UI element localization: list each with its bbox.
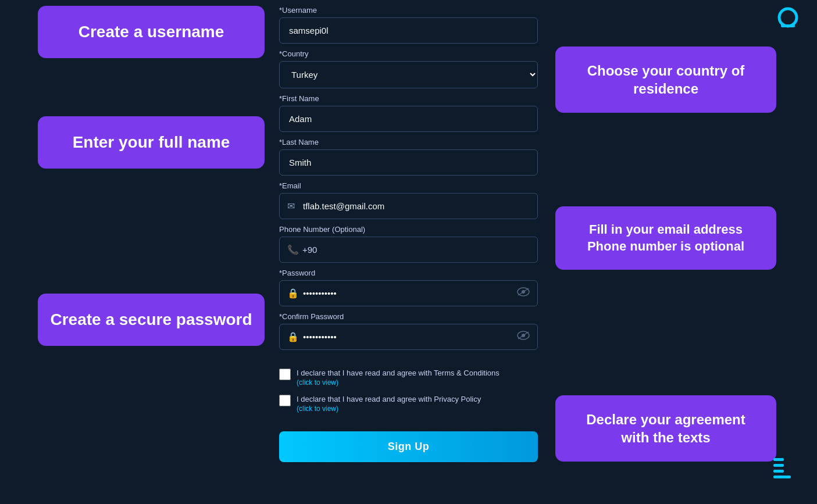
- hint-country-card: Choose your country of residence: [555, 47, 776, 113]
- toggle-password-icon[interactable]: [517, 287, 530, 299]
- privacy-label: I declare that I have read and agree wit…: [297, 395, 481, 403]
- hint-password-card: Create a secure password: [38, 294, 265, 346]
- svg-line-2: [518, 288, 529, 295]
- email-input[interactable]: [279, 193, 538, 219]
- brand-logo-bottom: [770, 455, 805, 496]
- hint-agreement-card: Declare your agreement with the texts: [555, 395, 776, 462]
- email-group: *Email ✉: [279, 181, 538, 219]
- hint-full-name-card: Enter your full name: [38, 116, 265, 169]
- username-group: *Username: [279, 6, 538, 44]
- country-select[interactable]: Turkey United States United Kingdom Germ…: [279, 61, 538, 88]
- country-group: *Country Turkey United States United Kin…: [279, 49, 538, 88]
- hint-country-text: Choose your country of residence: [587, 63, 745, 96]
- last-name-group: *Last Name: [279, 138, 538, 176]
- svg-point-6: [779, 9, 797, 26]
- email-input-wrapper: ✉: [279, 193, 538, 219]
- phone-input-wrapper: 📞 +90: [279, 237, 538, 263]
- registration-form: *Username *Country Turkey United States …: [267, 0, 550, 504]
- phone-group: Phone Number (Optional) 📞 +90: [279, 225, 538, 263]
- last-name-label: *Last Name: [279, 138, 538, 146]
- last-name-input[interactable]: [279, 149, 538, 176]
- svg-rect-8: [773, 458, 784, 461]
- password-label: *Password: [279, 269, 538, 277]
- hint-create-username-card: Create a username: [38, 6, 265, 58]
- terms-link[interactable]: (click to view): [297, 378, 500, 387]
- svg-rect-10: [773, 470, 784, 473]
- privacy-checkbox[interactable]: [279, 395, 291, 406]
- confirm-password-label: *Confirm Password: [279, 312, 538, 321]
- page-wrapper: Create a username Enter your full name C…: [0, 0, 817, 504]
- confirm-password-group: *Confirm Password 🔒: [279, 312, 538, 350]
- svg-rect-11: [773, 476, 791, 478]
- hint-full-name-text: Enter your full name: [73, 133, 230, 151]
- toggle-confirm-password-icon[interactable]: [517, 331, 530, 343]
- svg-rect-7: [781, 24, 795, 27]
- phone-label: Phone Number (Optional): [279, 225, 538, 234]
- terms-label: I declare that I have read and agree wit…: [297, 369, 500, 377]
- hint-email-card: Fill in your email address Phone number …: [555, 206, 776, 270]
- signup-button[interactable]: Sign Up: [279, 431, 538, 462]
- brand-logo-top: [770, 6, 805, 41]
- terms-checkbox-row: I declare that I have read and agree wit…: [279, 367, 538, 387]
- hint-email-line1: Fill in your email address: [573, 221, 759, 238]
- password-input-wrapper: 🔒: [279, 280, 538, 306]
- terms-label-group: I declare that I have read and agree wit…: [297, 367, 500, 387]
- password-input[interactable]: [279, 280, 538, 306]
- logo-bottom-right: [770, 455, 805, 498]
- hint-create-username-text: Create a username: [79, 23, 224, 41]
- hint-agreement-text: Declare your agreement with the texts: [586, 412, 745, 445]
- email-label: *Email: [279, 181, 538, 190]
- password-group: *Password 🔒: [279, 269, 538, 306]
- first-name-label: *First Name: [279, 94, 538, 103]
- hint-email-line2: Phone number is optional: [573, 238, 759, 255]
- username-input[interactable]: [279, 17, 538, 44]
- agreements-section: I declare that I have read and agree wit…: [279, 367, 538, 420]
- svg-rect-9: [773, 464, 784, 467]
- logo-top-right: [770, 6, 805, 43]
- terms-checkbox[interactable]: [279, 369, 291, 380]
- svg-line-5: [518, 332, 529, 339]
- phone-input[interactable]: [279, 237, 538, 263]
- confirm-password-input-wrapper: 🔒: [279, 324, 538, 350]
- right-hints-column: Choose your country of residence Fill in…: [550, 0, 817, 504]
- first-name-group: *First Name: [279, 94, 538, 132]
- privacy-checkbox-row: I declare that I have read and agree wit…: [279, 394, 538, 413]
- left-hints-column: Create a username Enter your full name C…: [0, 0, 267, 504]
- confirm-password-input[interactable]: [279, 324, 538, 350]
- first-name-input[interactable]: [279, 106, 538, 132]
- privacy-label-group: I declare that I have read and agree wit…: [297, 394, 481, 413]
- hint-password-text: Create a secure password: [50, 310, 252, 328]
- privacy-link[interactable]: (click to view): [297, 405, 481, 413]
- username-label: *Username: [279, 6, 538, 15]
- country-label: *Country: [279, 49, 538, 58]
